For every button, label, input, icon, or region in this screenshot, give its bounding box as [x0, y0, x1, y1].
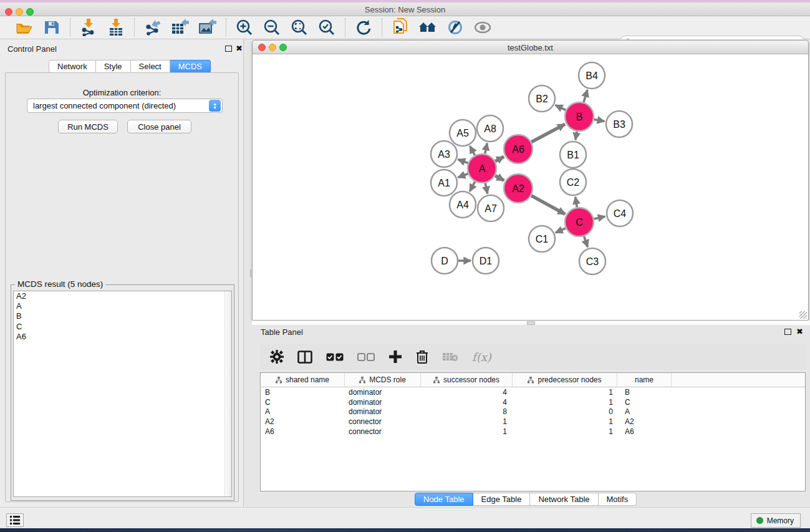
- import-network-icon[interactable]: [79, 18, 98, 37]
- tab-node-table[interactable]: Node Table: [415, 493, 473, 506]
- create-column-icon[interactable]: [388, 350, 402, 364]
- tab-edge-table[interactable]: Edge Table: [473, 493, 531, 506]
- tab-network-table[interactable]: Network Table: [530, 493, 598, 506]
- table-cell[interactable]: 4: [421, 388, 513, 397]
- table-cell[interactable]: B: [617, 388, 672, 397]
- graph-edge-A6-B[interactable]: [531, 124, 565, 142]
- horizontal-divider-grip[interactable]: [527, 321, 535, 325]
- control-panel-float-icon[interactable]: [225, 46, 232, 52]
- graph-node-A7[interactable]: A7: [478, 195, 504, 221]
- table-row[interactable]: A6connector11A6: [261, 427, 805, 437]
- mcds-result-item[interactable]: C: [14, 322, 231, 332]
- table-panel-float-icon[interactable]: [784, 329, 791, 335]
- table-cell[interactable]: 1: [421, 427, 513, 436]
- table-panel-close-icon[interactable]: ✖: [796, 327, 803, 336]
- network-window-titlebar[interactable]: testGlobe.txt: [253, 41, 808, 54]
- graph-node-C2[interactable]: C2: [560, 169, 586, 195]
- table-cell[interactable]: 8: [421, 407, 513, 416]
- control-panel-close-icon[interactable]: ✖: [236, 44, 243, 53]
- mcds-result-list[interactable]: A2ABCA6: [13, 291, 232, 497]
- graph-node-B1[interactable]: B1: [560, 142, 586, 168]
- graph-node-A[interactable]: A: [468, 154, 496, 183]
- mcds-result-item[interactable]: B: [14, 311, 231, 321]
- show-hide-icon[interactable]: [473, 18, 492, 37]
- column-header-shared-name[interactable]: shared name: [261, 373, 345, 387]
- tab-select[interactable]: Select: [131, 60, 170, 73]
- graph-node-B2[interactable]: B2: [529, 85, 555, 112]
- graph-node-B3[interactable]: B3: [606, 111, 632, 137]
- table-cell[interactable]: dominator: [345, 388, 421, 397]
- table-cell[interactable]: 1: [513, 427, 617, 436]
- table-cell[interactable]: A: [617, 407, 672, 416]
- graph-node-A5[interactable]: A5: [450, 120, 476, 146]
- zoom-selected-icon[interactable]: [317, 18, 336, 37]
- graph-edge-B-B4[interactable]: [584, 90, 587, 102]
- table-settings-icon[interactable]: [270, 350, 284, 364]
- show-columns-icon[interactable]: [297, 351, 312, 364]
- graph-node-A1[interactable]: A1: [431, 170, 457, 196]
- graph-edge-A-A6[interactable]: [495, 157, 504, 161]
- window-resize-grip[interactable]: [799, 311, 807, 319]
- column-header-MCDS-role[interactable]: MCDS role: [345, 373, 421, 387]
- table-cell[interactable]: A6: [617, 427, 672, 436]
- table-cell[interactable]: A2: [617, 417, 672, 426]
- graph-edge-C-C4[interactable]: [594, 216, 605, 219]
- graph-edge-A-A3[interactable]: [458, 159, 468, 163]
- mcds-result-item[interactable]: A6: [14, 332, 231, 342]
- mcds-list-scrollbar[interactable]: [224, 291, 231, 496]
- table-cell[interactable]: A6: [261, 427, 345, 436]
- table-cell[interactable]: 1: [513, 398, 617, 407]
- graph-edge-C-C1[interactable]: [556, 228, 566, 233]
- table-cell[interactable]: B: [261, 388, 345, 397]
- mcds-result-item[interactable]: A: [14, 301, 231, 311]
- table-cell[interactable]: A2: [261, 417, 345, 426]
- graph-edge-C-C3[interactable]: [584, 236, 588, 247]
- graph-node-C3[interactable]: C3: [579, 248, 605, 274]
- zoom-fit-icon[interactable]: [290, 18, 309, 37]
- graph-edge-B-B1[interactable]: [576, 132, 577, 140]
- table-cell[interactable]: 1: [513, 388, 617, 397]
- table-cell[interactable]: 1: [421, 417, 513, 426]
- column-header-predecessor-nodes[interactable]: predecessor nodes: [513, 373, 617, 387]
- table-cell[interactable]: dominator: [345, 407, 421, 416]
- refresh-icon[interactable]: [354, 18, 373, 37]
- table-cell[interactable]: 1: [513, 417, 617, 426]
- graph-edge-A-A5[interactable]: [470, 146, 475, 155]
- main-titlebar[interactable]: Session: New Session: [0, 2, 810, 16]
- graph-edge-A-A8[interactable]: [485, 143, 487, 154]
- network-canvas[interactable]: AA1A2A3A4A5A6A7A8BB1B2B3B4CC1C2C3C4DD1: [253, 54, 808, 320]
- column-header-name[interactable]: name: [617, 373, 672, 387]
- unselect-all-columns-icon[interactable]: [357, 353, 375, 361]
- tab-mcds[interactable]: MCDS: [170, 60, 211, 73]
- table-row[interactable]: Bdominator41B: [261, 387, 805, 397]
- graph-node-A6[interactable]: A6: [504, 135, 533, 163]
- graph-edge-A2-C[interactable]: [531, 196, 565, 215]
- graph-edge-A-A4[interactable]: [470, 181, 475, 191]
- save-session-icon[interactable]: [42, 18, 61, 37]
- tab-network[interactable]: Network: [49, 60, 96, 73]
- table-row[interactable]: Cdominator41C: [261, 397, 805, 407]
- annotations-icon[interactable]: [446, 18, 465, 37]
- zoom-out-icon[interactable]: [263, 18, 281, 37]
- task-history-button[interactable]: [6, 513, 24, 527]
- graph-edge-A-A1[interactable]: [458, 173, 468, 177]
- graph-node-C4[interactable]: C4: [607, 200, 633, 226]
- export-network-icon[interactable]: [143, 18, 162, 37]
- table-cell[interactable]: C: [261, 398, 345, 407]
- graph-node-A4[interactable]: A4: [450, 191, 476, 218]
- table-row[interactable]: Adominator80A: [261, 407, 805, 417]
- graph-node-A8[interactable]: A8: [477, 115, 503, 142]
- table-cell[interactable]: 4: [421, 398, 513, 407]
- open-session-icon[interactable]: [15, 18, 34, 37]
- graph-node-D1[interactable]: D1: [473, 248, 499, 274]
- table-cell[interactable]: A: [261, 407, 345, 416]
- export-image-icon[interactable]: [198, 18, 217, 37]
- tab-style[interactable]: Style: [96, 60, 131, 73]
- select-all-columns-icon[interactable]: [326, 353, 344, 361]
- network-from-clipboard-icon[interactable]: [391, 18, 410, 37]
- graph-node-B[interactable]: B: [565, 102, 594, 131]
- graph-edge-C-C2[interactable]: [576, 197, 577, 208]
- table-row[interactable]: A2connector11A2: [261, 417, 805, 427]
- table-cell[interactable]: connector: [345, 427, 421, 436]
- delete-column-icon[interactable]: [416, 350, 428, 364]
